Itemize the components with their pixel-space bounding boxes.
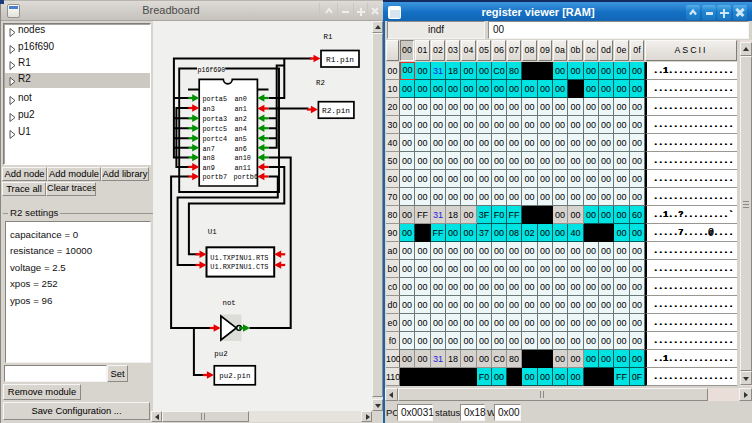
svg-text:an4: an4 <box>235 125 247 133</box>
svg-text:an7: an7 <box>203 145 215 153</box>
svg-text:an5: an5 <box>235 135 247 143</box>
svg-text:p16f690: p16f690 <box>198 67 226 74</box>
svg-text:an10: an10 <box>235 154 251 162</box>
svg-text:R1: R1 <box>324 33 333 41</box>
svg-text:porta5: porta5 <box>203 95 227 103</box>
svg-text:R1.pin: R1.pin <box>326 56 354 64</box>
svg-text:U1: U1 <box>208 228 217 236</box>
svg-text:portc5: portc5 <box>203 125 227 133</box>
svg-text:portb6: portb6 <box>234 173 258 181</box>
svg-text:an11: an11 <box>235 164 251 172</box>
svg-text:U1.RTS: U1.RTS <box>244 254 269 262</box>
svg-text:pu2.pin: pu2.pin <box>219 372 250 380</box>
svg-text:R2.pin: R2.pin <box>322 107 350 115</box>
svg-text:an2: an2 <box>235 115 247 123</box>
svg-text:an1: an1 <box>235 105 247 113</box>
svg-text:portc4: portc4 <box>203 135 227 143</box>
svg-text:an8: an8 <box>203 154 215 162</box>
svg-text:portb7: portb7 <box>203 173 227 181</box>
svg-text:porta3: porta3 <box>203 115 227 123</box>
svg-text:R2: R2 <box>316 79 325 87</box>
svg-text:pu2: pu2 <box>214 350 227 358</box>
svg-text:not: not <box>223 299 236 307</box>
svg-text:an9: an9 <box>203 164 215 172</box>
svg-text:U1.TXPIN: U1.TXPIN <box>210 254 243 262</box>
svg-text:U1.RXPIN: U1.RXPIN <box>210 263 243 271</box>
svg-text:an6: an6 <box>235 145 247 153</box>
svg-text:U1.CTS: U1.CTS <box>244 263 269 271</box>
svg-text:an0: an0 <box>235 95 247 103</box>
svg-text:an3: an3 <box>203 105 215 113</box>
